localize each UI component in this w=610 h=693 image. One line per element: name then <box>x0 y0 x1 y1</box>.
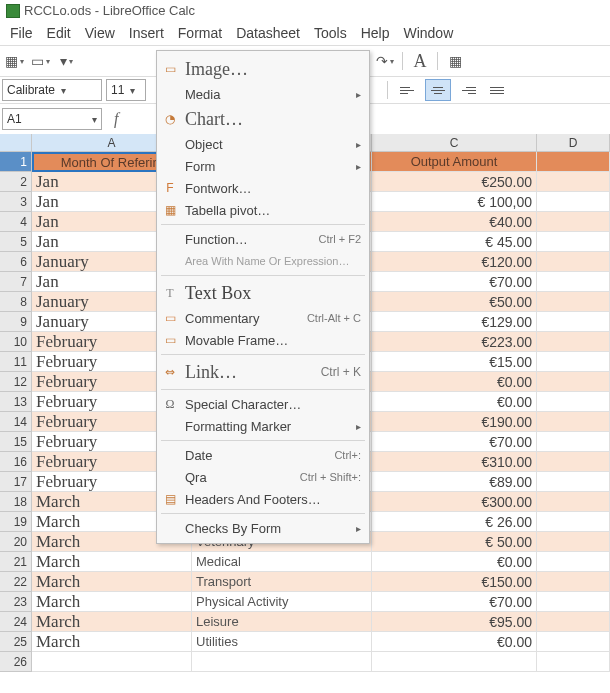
row-header-23[interactable]: 23 <box>0 592 32 612</box>
redo-icon[interactable]: ↷ <box>373 50 397 72</box>
cell-C23[interactable]: €70.00 <box>372 592 537 612</box>
cell-D24[interactable] <box>537 612 610 632</box>
menu-item-function[interactable]: Function…Ctrl + F2 <box>157 228 369 250</box>
cell-D13[interactable] <box>537 392 610 412</box>
menu-item-special-char[interactable]: ΩSpecial Character… <box>157 393 369 415</box>
cell-D8[interactable] <box>537 292 610 312</box>
cell-A24[interactable]: March <box>32 612 192 632</box>
cell-C12[interactable]: €0.00 <box>372 372 537 392</box>
menu-item-movable-frame[interactable]: ▭Movable Frame… <box>157 329 369 351</box>
select-all-corner[interactable] <box>0 134 32 152</box>
cell-C19[interactable]: € 26.00 <box>372 512 537 532</box>
cell-D10[interactable] <box>537 332 610 352</box>
cell-D12[interactable] <box>537 372 610 392</box>
cell-C16[interactable]: €310.00 <box>372 452 537 472</box>
cell-D5[interactable] <box>537 232 610 252</box>
cell-D26[interactable] <box>537 652 610 672</box>
cell-B22[interactable]: Transport <box>192 572 372 592</box>
cell-A26[interactable] <box>32 652 192 672</box>
font-a-icon[interactable]: A <box>408 50 432 72</box>
cell-D22[interactable] <box>537 572 610 592</box>
cell-C9[interactable]: €129.00 <box>372 312 537 332</box>
menu-item-image[interactable]: ▭Image… <box>157 55 369 83</box>
row-header-7[interactable]: 7 <box>0 272 32 292</box>
cell-D17[interactable] <box>537 472 610 492</box>
menu-tools[interactable]: Tools <box>308 23 353 43</box>
cell-D23[interactable] <box>537 592 610 612</box>
cell-C14[interactable]: €190.00 <box>372 412 537 432</box>
row-header-9[interactable]: 9 <box>0 312 32 332</box>
cell-C5[interactable]: € 45.00 <box>372 232 537 252</box>
align-left-icon[interactable] <box>395 79 421 101</box>
menu-item-object[interactable]: Object▸ <box>157 133 369 155</box>
row-header-14[interactable]: 14 <box>0 412 32 432</box>
cell-D2[interactable] <box>537 172 610 192</box>
cell-D4[interactable] <box>537 212 610 232</box>
row-header-24[interactable]: 24 <box>0 612 32 632</box>
row-header-15[interactable]: 15 <box>0 432 32 452</box>
cell-C11[interactable]: €15.00 <box>372 352 537 372</box>
row-header-2[interactable]: 2 <box>0 172 32 192</box>
grid-icon[interactable]: ▦ <box>443 50 467 72</box>
cell-C26[interactable] <box>372 652 537 672</box>
cell-D21[interactable] <box>537 552 610 572</box>
cell-D25[interactable] <box>537 632 610 652</box>
menu-item-media[interactable]: Media▸ <box>157 83 369 105</box>
row-header-20[interactable]: 20 <box>0 532 32 552</box>
align-right-icon[interactable] <box>455 79 481 101</box>
row-header-17[interactable]: 17 <box>0 472 32 492</box>
cell-D14[interactable] <box>537 412 610 432</box>
cell-B21[interactable]: Medical <box>192 552 372 572</box>
menu-item-qra[interactable]: QraCtrl + Shift+: <box>157 466 369 488</box>
col-header-D[interactable]: D <box>537 134 610 152</box>
cell-B23[interactable]: Physical Activity <box>192 592 372 612</box>
row-header-13[interactable]: 13 <box>0 392 32 412</box>
menu-item-form[interactable]: Form▸ <box>157 155 369 177</box>
menu-item-chart[interactable]: ◔Chart… <box>157 105 369 133</box>
menu-item-headers-footers[interactable]: ▤Headers And Footers… <box>157 488 369 510</box>
cell-D3[interactable] <box>537 192 610 212</box>
cell-D16[interactable] <box>537 452 610 472</box>
row-header-16[interactable]: 16 <box>0 452 32 472</box>
row-header-25[interactable]: 25 <box>0 632 32 652</box>
font-size-combo[interactable]: 11 <box>106 79 146 101</box>
save-icon[interactable]: ▾ <box>54 50 78 72</box>
row-header-18[interactable]: 18 <box>0 492 32 512</box>
cell-A21[interactable]: March <box>32 552 192 572</box>
row-header-6[interactable]: 6 <box>0 252 32 272</box>
cell-C6[interactable]: €120.00 <box>372 252 537 272</box>
open-icon[interactable]: ▭ <box>28 50 52 72</box>
cell-C4[interactable]: €40.00 <box>372 212 537 232</box>
new-doc-icon[interactable]: ▦ <box>2 50 26 72</box>
name-box[interactable]: A1 <box>2 108 102 130</box>
row-header-10[interactable]: 10 <box>0 332 32 352</box>
cell-C3[interactable]: € 100,00 <box>372 192 537 212</box>
cell-B26[interactable] <box>192 652 372 672</box>
menu-insert[interactable]: Insert <box>123 23 170 43</box>
row-header-19[interactable]: 19 <box>0 512 32 532</box>
cell-B24[interactable]: Leisure <box>192 612 372 632</box>
cell-D6[interactable] <box>537 252 610 272</box>
row-header-26[interactable]: 26 <box>0 652 32 672</box>
row-header-12[interactable]: 12 <box>0 372 32 392</box>
cell-D20[interactable] <box>537 532 610 552</box>
cell-C21[interactable]: €0.00 <box>372 552 537 572</box>
cell-C18[interactable]: €300.00 <box>372 492 537 512</box>
menu-edit[interactable]: Edit <box>41 23 77 43</box>
row-header-1[interactable]: 1 <box>0 152 32 172</box>
cell-D9[interactable] <box>537 312 610 332</box>
cell-D15[interactable] <box>537 432 610 452</box>
cell-D18[interactable] <box>537 492 610 512</box>
cell-D7[interactable] <box>537 272 610 292</box>
cell-A25[interactable]: March <box>32 632 192 652</box>
align-justify-icon[interactable] <box>485 79 511 101</box>
menu-file[interactable]: File <box>4 23 39 43</box>
cell-C20[interactable]: € 50.00 <box>372 532 537 552</box>
menu-help[interactable]: Help <box>355 23 396 43</box>
cell-B25[interactable]: Utilities <box>192 632 372 652</box>
cell-C10[interactable]: €223.00 <box>372 332 537 352</box>
cell-C8[interactable]: €50.00 <box>372 292 537 312</box>
menu-item-formatting-marker[interactable]: Formatting Marker▸ <box>157 415 369 437</box>
row-header-8[interactable]: 8 <box>0 292 32 312</box>
menu-view[interactable]: View <box>79 23 121 43</box>
